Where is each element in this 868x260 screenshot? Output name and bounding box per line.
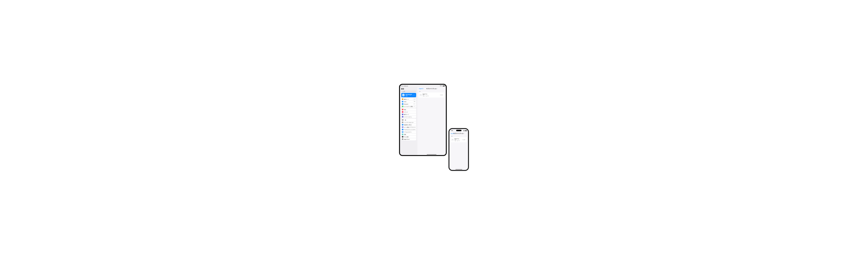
home-indicator: [427, 154, 436, 155]
display-icon: A: [402, 124, 403, 125]
chevron-left-icon: ‹: [418, 88, 419, 89]
search-input[interactable]: 検索: [401, 90, 416, 92]
settings-group-connectivity: ✈︎ 機内モード ◉ Wi-Fi WiFi ⌵ Bluetooth オン: [401, 98, 416, 108]
chevron-right-icon: ›: [443, 95, 444, 96]
battery-icon: [443, 85, 444, 86]
wifi-icon: ◉: [402, 101, 403, 102]
row-focus[interactable]: ☾ 集中モード: [401, 113, 416, 116]
screentime-icon: ⧗: [402, 116, 403, 117]
ipad-detail-pane: ‹ Apple ID サブスクリプション 有効 One Apple One 個人…: [417, 87, 446, 155]
iphone-nav: ‹ Apple ID サブスクリプション: [450, 132, 468, 135]
row-apple-pencil[interactable]: ✎ Apple Pencil: [401, 138, 416, 140]
settings-title: 設定: [400, 87, 417, 90]
row-wallpaper[interactable]: ❀ 壁紙: [401, 133, 416, 136]
focus-icon: ☾: [402, 114, 403, 115]
ipad-detail-nav: ‹ Apple ID サブスクリプション: [417, 87, 446, 90]
row-multitask[interactable]: ▯ マルチタスクとジェスチャ: [401, 128, 416, 131]
sound-icon: ♪: [402, 111, 403, 113]
apple-one-icon: One: [420, 94, 422, 96]
row-cellular[interactable]: ▮ モバイルデータ通信 オフ: [401, 105, 416, 108]
bluetooth-icon: ⌵: [402, 103, 403, 105]
row-airplane-mode[interactable]: ✈︎ 機内モード: [401, 98, 416, 100]
row-siri[interactable]: ◐ Siriと検索: [401, 136, 416, 138]
iphone-device: 9:41 ▮▮ ‹ Apple ID サブスクリプション 有効 One Appl…: [448, 128, 469, 171]
status-time: 9:41 1月9日(火): [401, 85, 408, 87]
control-center-icon: ⊞: [402, 121, 403, 123]
section-header-active: 有効: [417, 90, 446, 92]
row-notifications[interactable]: ■ 通知: [401, 108, 416, 111]
row-control-center[interactable]: ⊞ コントロールセンター: [401, 121, 416, 123]
back-button[interactable]: ‹ Apple ID: [451, 133, 455, 134]
row-homescreen[interactable]: ▦ ホーム画面とアプリライブラリ: [401, 126, 416, 128]
signal-icon: ▮▮: [463, 130, 464, 131]
detail-title: サブスクリプション: [426, 88, 437, 89]
status-battery-label: 100%: [440, 85, 442, 86]
accessibility-icon: ⦿: [402, 131, 403, 133]
detail-title: サブスクリプション: [453, 133, 464, 134]
dynamic-island: [456, 130, 462, 131]
ipad-settings-sidebar: 設定 検索 Joe Lipscomb Apple ID、iCloud+、メディア…: [400, 87, 417, 155]
row-screentime[interactable]: ⧗ スクリーンタイム: [401, 116, 416, 118]
row-accessibility[interactable]: ⦿ アクセシビリティ: [401, 131, 416, 133]
svg-point-0: [402, 91, 402, 92]
gear-icon: ⚙︎: [402, 119, 403, 121]
row-general[interactable]: ⚙︎ 一般: [401, 119, 416, 121]
status-time: 9:41: [451, 130, 453, 131]
row-sounds[interactable]: ♪ サウンド: [401, 111, 416, 113]
pencil-icon: ✎: [402, 139, 403, 140]
svg-point-2: [403, 95, 404, 95]
wallpaper-icon: ❀: [402, 134, 403, 135]
row-display[interactable]: A 画面表示と明るさ: [401, 123, 416, 126]
cellular-icon: ▮: [402, 106, 403, 107]
apple-id-card[interactable]: Joe Lipscomb Apple ID、iCloud+、メディアと購入: [401, 93, 416, 97]
subscription-apple-one[interactable]: One Apple One 個人 更新：10月27日 ¥1,200 ›: [451, 137, 467, 142]
battery-icon: [465, 130, 467, 131]
airplane-toggle[interactable]: [413, 99, 415, 100]
svg-line-1: [402, 91, 403, 92]
chevron-right-icon: ›: [466, 139, 466, 140]
settings-group-general: ⚙︎ 一般 ⊞ コントロールセンター A 画面表示と明るさ ▦ ホーム画面とアプ…: [401, 119, 416, 140]
settings-group-notifications: ■ 通知 ♪ サウンド ☾ 集中モード ⧗ スクリーンタイム: [401, 108, 416, 118]
subscription-apple-one[interactable]: One Apple One 個人 更新日：10月27日 ¥1,200 ›: [418, 92, 444, 98]
siri-icon: ◐: [402, 136, 403, 138]
ipad-status-bar: 9:41 1月9日(火) 100%: [400, 85, 446, 87]
back-button[interactable]: ‹ Apple ID: [418, 88, 424, 89]
home-indicator: [456, 169, 462, 170]
airplane-icon: ✈︎: [402, 99, 403, 100]
search-icon: [402, 91, 403, 92]
notification-icon: ■: [402, 109, 403, 110]
homescreen-icon: ▦: [402, 126, 403, 128]
device-showcase: 9:41 1月9日(火) 100% 設定 検索 Joe L: [399, 84, 469, 165]
multitask-icon: ▯: [402, 129, 403, 130]
avatar: [402, 94, 405, 97]
row-wifi[interactable]: ◉ Wi-Fi WiFi: [401, 100, 416, 103]
row-bluetooth[interactable]: ⌵ Bluetooth オン: [401, 103, 416, 105]
ipad-device: 9:41 1月9日(火) 100% 設定 検索 Joe L: [399, 84, 447, 156]
apple-one-icon: One: [452, 139, 454, 141]
